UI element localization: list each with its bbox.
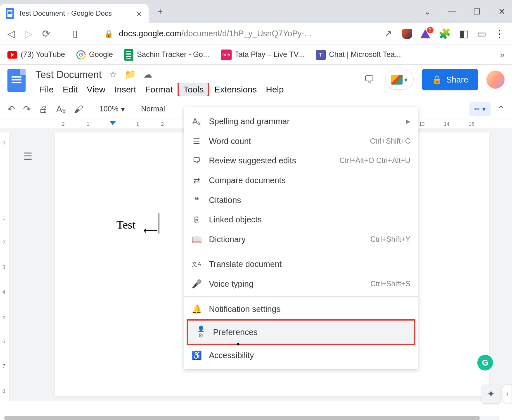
- bookmark-sheets[interactable]: Sachin Tracker - Go...: [124, 49, 209, 61]
- teams-icon: [316, 50, 326, 60]
- horizontal-scrollbar[interactable]: [4, 416, 500, 420]
- share-url-icon[interactable]: ↗: [382, 28, 394, 40]
- wallet-icon[interactable]: ▭: [477, 28, 486, 40]
- explore-button[interactable]: ✦: [481, 385, 500, 403]
- undo-icon[interactable]: ↶: [7, 104, 15, 115]
- docs-logo-icon[interactable]: [7, 69, 26, 92]
- menu-preferences-highlight: 👤⚙Preferences: [187, 319, 415, 345]
- menu-separator: [184, 252, 418, 252]
- menu-translate[interactable]: 文ATranslate document: [184, 255, 418, 274]
- url-field[interactable]: 🔒 docs.google.com/document/d/1hP_y_UsnQ7…: [88, 29, 372, 38]
- menu-review-suggested[interactable]: 🗨Review suggested editsCtrl+Alt+O Ctrl+A…: [184, 151, 418, 170]
- window-dropdown-icon[interactable]: ⌄: [421, 7, 434, 17]
- tools-dropdown-menu: AᵪSpelling and grammar▶ ☰Word countCtrl+…: [184, 107, 418, 369]
- menu-dictionary[interactable]: 📖DictionaryCtrl+Shift+Y: [184, 229, 418, 249]
- collapse-toolbar-icon[interactable]: ⌃: [497, 104, 505, 115]
- spellcheck-icon[interactable]: Aᵪ: [56, 104, 66, 115]
- reload-button[interactable]: ⟳: [42, 28, 50, 40]
- bookmark-tata[interactable]: TATATata Play – Live TV...: [221, 50, 304, 60]
- menu-separator: [184, 296, 418, 297]
- window-controls: ⌄ — ☐ ✕: [421, 0, 508, 23]
- google-icon: [76, 50, 85, 59]
- bookmarks-bar: (73) YouTube Google Sachin Tracker - Go.…: [0, 45, 512, 65]
- delta-extension-icon[interactable]: 2: [420, 29, 430, 38]
- menu-insert[interactable]: Insert: [110, 83, 140, 96]
- redo-icon[interactable]: ↷: [23, 104, 31, 115]
- menu-icon[interactable]: ⋮: [495, 28, 505, 40]
- share-button[interactable]: 🔒Share: [422, 69, 478, 90]
- avatar[interactable]: [486, 71, 505, 89]
- star-icon[interactable]: ☆: [109, 69, 117, 80]
- youtube-icon: [7, 51, 17, 59]
- comments-icon[interactable]: 🗨: [362, 72, 377, 87]
- sheets-icon: [124, 49, 133, 61]
- browser-tab[interactable]: Test Document - Google Docs ✕: [0, 4, 149, 23]
- menu-tools-highlight: Tools: [178, 83, 209, 96]
- arrow-annotation: ⟵: [143, 225, 157, 236]
- menu-format[interactable]: Format: [141, 83, 177, 96]
- edit-mode-button[interactable]: ✏▾: [469, 102, 491, 116]
- menu-preferences[interactable]: 👤⚙Preferences: [188, 321, 414, 344]
- maximize-button[interactable]: ☐: [471, 7, 483, 17]
- brave-shield-icon[interactable]: [402, 29, 412, 39]
- scrollbar-thumb[interactable]: [4, 416, 480, 420]
- bookmarks-overflow-icon[interactable]: »: [500, 50, 505, 59]
- url-host: docs.google.com/document/d/1hP_y_UsnQ7Yo…: [119, 29, 311, 38]
- lock-icon: 🔒: [104, 29, 113, 38]
- close-window-button[interactable]: ✕: [495, 7, 508, 17]
- menu-edit[interactable]: Edit: [59, 83, 82, 96]
- new-tab-button[interactable]: +: [153, 4, 168, 19]
- menu-spelling-grammar[interactable]: AᵪSpelling and grammar▶: [184, 111, 418, 131]
- tab-title: Test Document - Google Docs: [18, 9, 132, 18]
- document-text[interactable]: Test: [116, 218, 135, 231]
- minimize-button[interactable]: —: [446, 7, 458, 16]
- document-title[interactable]: Test Document: [36, 69, 102, 80]
- menu-view[interactable]: View: [83, 83, 109, 96]
- chevron-right-icon: ▶: [406, 118, 410, 125]
- docs-favicon: [6, 8, 14, 19]
- style-selector[interactable]: Normal: [141, 105, 165, 113]
- menu-help[interactable]: Help: [262, 83, 288, 96]
- menu-accessibility[interactable]: ♿Accessibility: [184, 345, 418, 365]
- extensions-icon[interactable]: 🧩: [439, 28, 451, 40]
- document-outline-icon[interactable]: ☰: [21, 149, 36, 164]
- sidepanel-icon[interactable]: ◧: [459, 28, 469, 40]
- address-bar: ◁ ▷ ⟳ ▯ 🔒 docs.google.com/document/d/1hP…: [0, 23, 512, 45]
- bookmark-google[interactable]: Google: [76, 50, 113, 59]
- tata-icon: TATA: [221, 50, 232, 60]
- print-icon[interactable]: 🖨: [39, 104, 48, 115]
- menu-word-count[interactable]: ☰Word countCtrl+Shift+C: [184, 131, 418, 151]
- menu-notification-settings[interactable]: 🔔Notification settings: [184, 299, 418, 319]
- browser-tab-strip: Test Document - Google Docs ✕ + ⌄ — ☐ ✕: [0, 0, 512, 23]
- forward-button[interactable]: ▷: [25, 28, 32, 40]
- indent-marker[interactable]: [109, 121, 116, 125]
- menu-file[interactable]: File: [36, 83, 58, 96]
- cloud-status-icon[interactable]: ☁: [143, 69, 152, 80]
- format-paint-icon[interactable]: 🖌: [74, 104, 83, 115]
- vertical-ruler[interactable]: 2 1 2 3 4 5 6 7 8: [0, 132, 10, 401]
- meet-button[interactable]: ▾: [385, 70, 414, 90]
- bookmark-youtube[interactable]: (73) YouTube: [7, 50, 65, 59]
- zoom-selector[interactable]: 100%▾: [100, 105, 125, 114]
- grammarly-icon[interactable]: G: [477, 355, 493, 370]
- bookmark-teams[interactable]: Chat | Microsoft Tea...: [316, 50, 401, 60]
- menu-tools[interactable]: Tools: [179, 83, 208, 96]
- menu-linked-objects[interactable]: ⎘Linked objects: [184, 210, 418, 229]
- back-button[interactable]: ◁: [7, 28, 15, 40]
- menu-citations[interactable]: ❝Citations: [184, 190, 418, 210]
- side-panel-toggle[interactable]: ‹: [503, 385, 512, 403]
- mouse-cursor: ✦: [235, 340, 241, 348]
- bookmark-icon[interactable]: ▯: [73, 28, 78, 39]
- close-tab-icon[interactable]: ✕: [136, 10, 143, 17]
- text-cursor: [159, 213, 159, 234]
- address-bar-actions: ↗ 2 🧩 ◧ ▭ ⋮: [382, 28, 505, 40]
- menu-extensions[interactable]: Extensions: [210, 83, 261, 96]
- meet-icon: [391, 75, 403, 85]
- move-icon[interactable]: 📁: [125, 69, 136, 80]
- menu-bar: File Edit View Insert Format Tools Exten…: [36, 83, 352, 96]
- lock-icon: 🔒: [432, 75, 442, 85]
- menu-compare-documents[interactable]: ⇄Compare documents: [184, 170, 418, 190]
- pencil-icon: ✏: [474, 105, 480, 113]
- menu-voice-typing[interactable]: 🎤Voice typingCtrl+Shift+S: [184, 274, 418, 294]
- header-actions: 🗨 ▾ 🔒Share: [362, 69, 505, 90]
